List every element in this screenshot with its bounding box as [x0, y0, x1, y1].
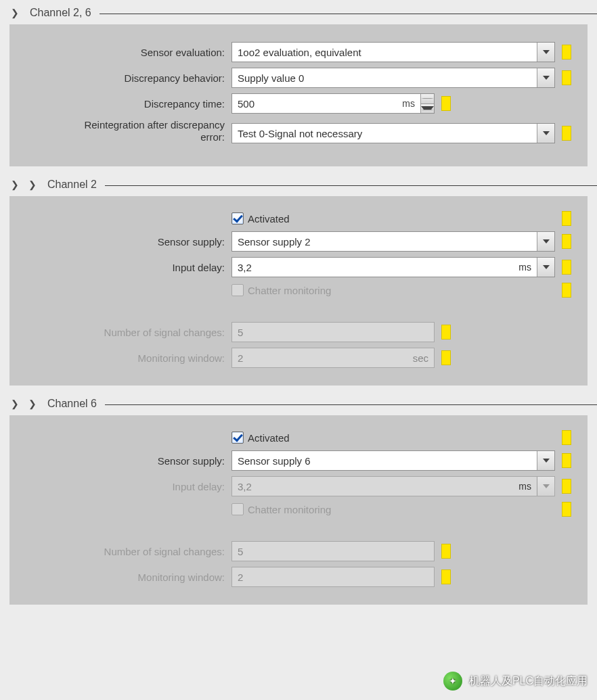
change-marker	[441, 350, 451, 365]
input-value: 500	[232, 98, 402, 110]
select-value: 3,2	[232, 262, 514, 273]
divider	[100, 14, 597, 14]
sensor-supply-select[interactable]: Sensor supply 2	[231, 231, 555, 252]
unit-label: ms	[514, 481, 537, 492]
change-marker	[562, 283, 571, 298]
chevron-right-icon[interactable]: ❯	[28, 398, 37, 409]
input-delay-select: 3,2 ms	[231, 476, 555, 496]
unit-label: ms	[402, 98, 420, 109]
input-delay-label: Input delay:	[28, 481, 231, 492]
chevron-right-icon[interactable]: ❯	[28, 179, 37, 190]
change-marker	[562, 70, 571, 85]
chevron-right-icon[interactable]: ❯	[11, 7, 19, 18]
select-value: Sensor supply 2	[232, 236, 537, 248]
sensor-evaluation-select[interactable]: 1oo2 evaluation, equivalent	[231, 42, 555, 62]
section-title: Channel 2, 6	[30, 7, 91, 19]
input-delay-select[interactable]: 3,2 ms	[231, 257, 555, 277]
signal-changes-input: 5	[231, 541, 435, 561]
discrepancy-time-label: Discrepancy time:	[28, 98, 231, 110]
change-marker	[441, 544, 451, 559]
chatter-monitoring-checkbox	[231, 284, 244, 296]
reintegration-label: Reintegration after discrepancy error:	[28, 119, 231, 143]
select-value: Test 0-Signal not necessary	[232, 128, 537, 139]
section-header-channel-6: ❯ ❯ Channel 6	[0, 391, 597, 415]
chevron-down-icon	[537, 477, 554, 496]
select-value: 1oo2 evaluation, equivalent	[232, 47, 537, 58]
section-title: Channel 6	[47, 398, 97, 410]
sensor-supply-label: Sensor supply:	[28, 455, 231, 467]
section-header-channel-2-6: ❯ Channel 2, 6	[0, 0, 597, 24]
chevron-down-icon	[537, 124, 554, 143]
change-marker	[562, 211, 571, 226]
activated-label: Activated	[248, 432, 290, 444]
divider	[105, 185, 597, 186]
signal-changes-input: 5	[231, 322, 435, 342]
chevron-down-icon	[537, 43, 554, 62]
section-title: Channel 2	[47, 179, 97, 191]
change-marker	[562, 234, 571, 249]
activated-checkbox[interactable]	[231, 212, 244, 225]
chevron-down-icon	[537, 232, 554, 251]
discrepancy-time-input[interactable]: 500 ms	[231, 93, 435, 114]
panel-channel-2-6: Sensor evaluation: 1oo2 evaluation, equi…	[9, 24, 588, 166]
chatter-monitoring-label: Chatter monitoring	[248, 504, 331, 515]
chatter-monitoring-checkbox	[231, 503, 244, 515]
chevron-right-icon[interactable]: ❯	[11, 398, 19, 409]
reintegration-select[interactable]: Test 0-Signal not necessary	[231, 123, 555, 143]
change-marker	[562, 430, 571, 445]
monitoring-window-label: Monitoring window:	[28, 571, 231, 583]
change-marker	[441, 96, 451, 111]
change-marker	[562, 479, 571, 494]
change-marker	[441, 569, 451, 584]
select-value: 3,2	[232, 481, 514, 492]
change-marker	[562, 45, 571, 60]
sensor-supply-label: Sensor supply:	[28, 236, 231, 248]
activated-label: Activated	[248, 213, 290, 225]
change-marker	[562, 126, 571, 141]
section-header-channel-2: ❯ ❯ Channel 2	[0, 172, 597, 196]
activated-checkbox[interactable]	[231, 431, 244, 444]
signal-changes-label: Number of signal changes:	[28, 546, 231, 557]
monitoring-window-input: 2	[231, 567, 435, 587]
select-value: Supply value 0	[232, 72, 537, 84]
chatter-monitoring-label: Chatter monitoring	[248, 285, 331, 296]
divider	[105, 404, 597, 405]
change-marker	[441, 325, 451, 340]
change-marker	[562, 260, 571, 275]
monitoring-window-label: Monitoring window:	[28, 352, 231, 364]
change-marker	[562, 453, 571, 468]
sensor-evaluation-label: Sensor evaluation:	[28, 47, 231, 58]
panel-channel-2: Activated Sensor supply: Sensor supply 2…	[9, 196, 588, 386]
select-value: Sensor supply 6	[232, 455, 537, 467]
chevron-right-icon[interactable]: ❯	[11, 179, 19, 190]
chevron-down-icon	[537, 258, 554, 277]
signal-changes-label: Number of signal changes:	[28, 327, 231, 338]
discrepancy-behavior-select[interactable]: Supply value 0	[231, 68, 555, 88]
panel-channel-6: Activated Sensor supply: Sensor supply 6…	[9, 415, 588, 605]
input-delay-label: Input delay:	[28, 262, 231, 273]
spinner-buttons[interactable]	[420, 94, 434, 113]
change-marker	[562, 502, 571, 517]
discrepancy-behavior-label: Discrepancy behavior:	[28, 72, 231, 84]
unit-label: ms	[514, 262, 537, 273]
chevron-down-icon	[537, 68, 554, 87]
sensor-supply-select[interactable]: Sensor supply 6	[231, 450, 555, 471]
chevron-down-icon	[537, 451, 554, 470]
monitoring-window-input: 2 sec	[231, 348, 435, 368]
